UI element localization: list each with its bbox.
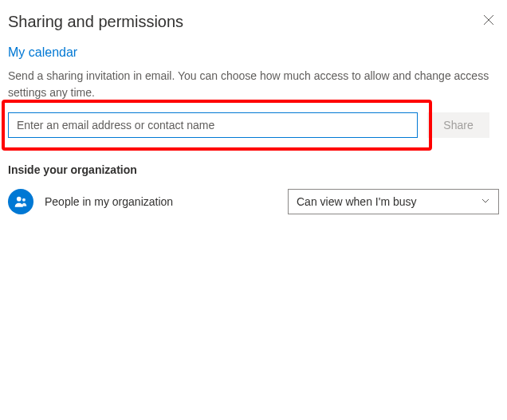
permission-select[interactable]: Can view when I'm busy bbox=[288, 189, 499, 214]
close-icon[interactable] bbox=[478, 13, 499, 29]
email-input[interactable] bbox=[8, 112, 418, 138]
chevron-down-icon bbox=[481, 195, 490, 208]
org-permission-label: People in my organization bbox=[45, 195, 277, 208]
permission-select-value: Can view when I'm busy bbox=[297, 195, 417, 208]
svg-point-1 bbox=[22, 198, 26, 202]
calendar-name: My calendar bbox=[8, 45, 499, 60]
share-input-row: Share bbox=[8, 112, 499, 138]
share-button[interactable]: Share bbox=[427, 112, 489, 138]
people-icon bbox=[8, 189, 33, 214]
org-permission-row: People in my organization Can view when … bbox=[8, 189, 499, 214]
svg-point-0 bbox=[17, 197, 22, 202]
dialog-title: Sharing and permissions bbox=[8, 13, 183, 31]
org-section-heading: Inside your organization bbox=[8, 163, 499, 176]
sharing-description: Send a sharing invitation in email. You … bbox=[8, 68, 499, 101]
